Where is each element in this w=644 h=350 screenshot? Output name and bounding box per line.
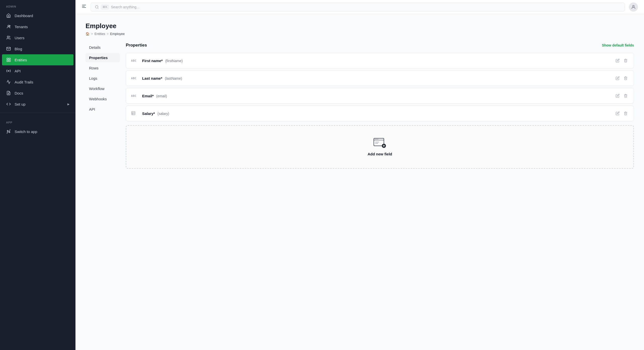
sidebar-item-entities[interactable]: Entities (2, 54, 73, 65)
svg-point-1 (9, 25, 10, 27)
audit-icon (6, 79, 11, 84)
header: ⌘K Search anything... (75, 0, 644, 14)
sidebar-item-entities-label: Entities (15, 58, 69, 62)
subnav-api[interactable]: API (86, 105, 120, 114)
search-placeholder: Search anything... (111, 5, 139, 9)
field-actions-lastname (615, 75, 629, 81)
field-type-badge-firstname: ABC (131, 59, 139, 62)
sidebar-item-api[interactable]: API (0, 65, 75, 76)
breadcrumb-entities[interactable]: Entities (95, 32, 105, 36)
sidebar-item-tenants[interactable]: Tenants (0, 21, 75, 32)
add-field-label: Add new field (368, 152, 392, 156)
breadcrumb-sep-2: > (107, 32, 109, 36)
edit-firstname-button[interactable] (615, 58, 621, 64)
sidebar-item-audit-trails[interactable]: Audit Trails (0, 76, 75, 88)
breadcrumb-home[interactable]: 🏠 (86, 32, 90, 36)
field-name-email: Email* (email) (142, 94, 612, 98)
chevron-right-icon: ▶ (67, 103, 69, 106)
subnav-webhooks[interactable]: Webhooks (86, 94, 120, 104)
field-actions-email (615, 93, 629, 99)
svg-point-15 (633, 5, 634, 7)
edit-salary-button[interactable] (615, 110, 621, 116)
field-type-badge-lastname: ABC (131, 77, 139, 80)
sidebar-item-switch-label: Switch to app (15, 129, 69, 134)
blog-icon (6, 46, 11, 51)
search-icon (95, 5, 99, 9)
subnav-rows[interactable]: Rows (86, 63, 120, 73)
svg-point-7 (8, 70, 9, 72)
svg-rect-4 (9, 58, 10, 59)
setup-icon (6, 102, 11, 107)
page-title: Employee (86, 22, 634, 30)
sidebar-divider (0, 113, 75, 113)
field-actions-salary (615, 110, 629, 116)
sidebar-item-blog[interactable]: Blog (0, 43, 75, 54)
breadcrumb-current: Employee (110, 32, 125, 36)
field-name-lastname: Last name* (lastName) (142, 76, 612, 80)
field-type-badge-email: ABC (131, 94, 139, 98)
svg-point-13 (95, 6, 98, 8)
svg-point-23 (376, 139, 377, 140)
field-type-badge-salary (131, 111, 139, 116)
svg-line-14 (98, 8, 98, 9)
show-default-fields-button[interactable]: Show default fields (602, 43, 634, 47)
add-field-icon (373, 138, 386, 148)
sidebar-item-dashboard-label: Dashboard (15, 14, 69, 18)
subnav-workflow[interactable]: Workflow (86, 84, 120, 93)
api-icon (6, 68, 11, 73)
edit-email-button[interactable] (615, 93, 621, 99)
svg-rect-6 (7, 60, 8, 62)
sidebar-item-switch-to-app[interactable]: Switch to app (0, 126, 75, 137)
search-bar[interactable]: ⌘K Search anything... (91, 3, 625, 12)
field-row-salary: Salary* (salary) (126, 106, 634, 121)
sidebar-item-audit-trails-label: Audit Trails (15, 80, 69, 84)
content-area: Employee 🏠 > Entities > Employee Details… (75, 14, 644, 350)
sidebar-item-docs[interactable]: Docs (0, 88, 75, 99)
subnav-properties[interactable]: Properties (86, 53, 120, 62)
sidebar-admin-label: ADMIN (0, 0, 75, 10)
properties-title: Properties (126, 43, 147, 48)
sidebar: ADMIN Dashboard Tenants Users Blog Entit… (0, 0, 75, 350)
edit-lastname-button[interactable] (615, 75, 621, 81)
home-icon (6, 13, 11, 18)
sidebar-item-users-label: Users (15, 36, 69, 40)
field-name-firstname: First name* (firstName) (142, 59, 612, 63)
sidebar-item-setup-label: Set up (15, 102, 64, 106)
entities-icon (6, 57, 11, 62)
field-key-salary: (salary) (157, 112, 169, 116)
field-row-email: ABC Email* (email) (126, 88, 634, 104)
field-row-last-name: ABC Last name* (lastName) (126, 70, 634, 86)
breadcrumb-sep-1: > (91, 32, 93, 36)
field-actions-firstname (615, 58, 629, 64)
field-name-salary: Salary* (salary) (142, 111, 612, 116)
delete-email-button[interactable] (623, 93, 629, 99)
sidebar-item-docs-label: Docs (15, 91, 69, 95)
properties-header: Properties Show default fields (126, 43, 634, 48)
sidebar-item-setup[interactable]: Set up ▶ (0, 99, 75, 110)
svg-point-24 (378, 139, 378, 140)
subnav-logs[interactable]: Logs (86, 74, 120, 83)
svg-rect-16 (132, 111, 135, 115)
properties-panel: Properties Show default fields ABC First… (126, 43, 634, 342)
switch-icon (6, 129, 11, 134)
field-key-email: (email) (156, 94, 167, 98)
field-key-firstname: (firstName) (165, 59, 183, 63)
menu-icon[interactable] (82, 4, 87, 10)
field-key-lastname: (lastName) (165, 76, 182, 80)
page-body: Details Properties Rows Logs Workflow We… (86, 43, 634, 342)
svg-point-2 (7, 36, 9, 37)
avatar[interactable] (629, 3, 638, 12)
delete-salary-button[interactable] (623, 110, 629, 116)
breadcrumb: 🏠 > Entities > Employee (86, 32, 634, 36)
add-new-field-button[interactable]: Add new field (126, 125, 634, 169)
tenants-icon (6, 24, 11, 29)
sidebar-app-label: APP (0, 116, 75, 126)
svg-point-22 (375, 139, 376, 140)
subnav-details[interactable]: Details (86, 43, 120, 52)
delete-lastname-button[interactable] (623, 75, 629, 81)
sidebar-item-dashboard[interactable]: Dashboard (0, 10, 75, 21)
sub-navigation: Details Properties Rows Logs Workflow We… (86, 43, 126, 342)
sidebar-item-blog-label: Blog (15, 47, 69, 51)
delete-firstname-button[interactable] (623, 58, 629, 64)
sidebar-item-users[interactable]: Users (0, 32, 75, 43)
